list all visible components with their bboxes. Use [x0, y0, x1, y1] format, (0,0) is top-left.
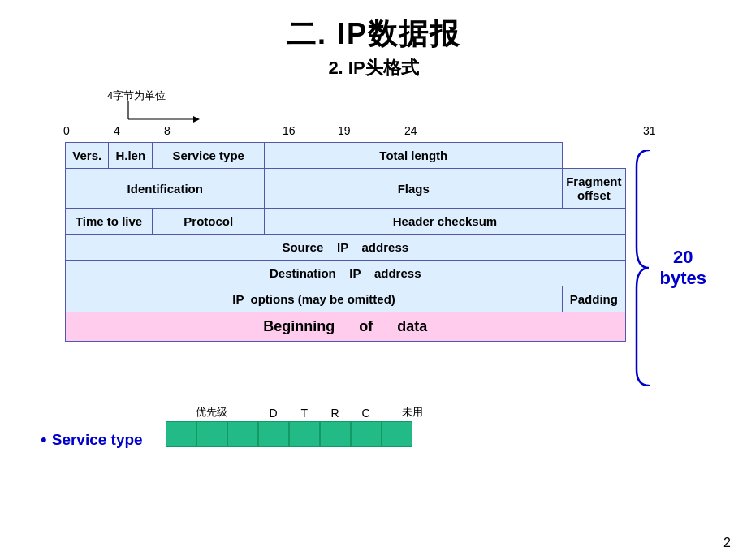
svc-box-6 [320, 421, 351, 447]
service-type-cell: Service type [153, 143, 265, 169]
service-type-label-container: • Service type [41, 429, 143, 450]
svc-box-2 [196, 421, 227, 447]
svc-box-4 [258, 421, 289, 447]
header-checksum-cell: Header checksum [265, 209, 625, 235]
ip-options-cell: IP options (may be omitted) [66, 286, 563, 312]
c-label: C [351, 407, 382, 420]
svc-box-8 [382, 421, 412, 447]
table-row: Identification Flags Fragment offset [66, 169, 626, 209]
brace-label-bytes: bytes [660, 268, 706, 289]
service-type-top-labels: 优先级 D T R C 未用 [166, 405, 443, 420]
service-type-diagram: 优先级 D T R C 未用 [166, 405, 443, 447]
ruler-0: 0 [63, 124, 70, 137]
service-type-section: • Service type 优先级 D T R C 未用 [41, 405, 706, 450]
ip-header-table: Vers. H.len Service type Total length Id… [65, 142, 626, 342]
hlen-cell: H.len [109, 143, 153, 169]
brace-label-20: 20 [673, 247, 693, 268]
arrow-svg [106, 88, 203, 124]
main-title: 二. IP数据报 [0, 15, 747, 54]
flags-cell: Flags [265, 169, 563, 209]
ruler-24: 24 [404, 124, 417, 137]
svc-box-1 [166, 421, 196, 447]
brace-container: 20 bytes [633, 142, 706, 394]
dest-ip-cell: Destination IP address [66, 261, 626, 286]
table-row: Vers. H.len Service type Total length [66, 143, 626, 169]
page-number: 2 [723, 536, 731, 550]
diagram-area: 4字节为单位 0 4 8 16 19 24 31 Vers. H.len Ser… [41, 88, 706, 450]
ruler-19: 19 [338, 124, 351, 137]
table-row: Destination IP address [66, 261, 626, 286]
ruler-8: 8 [164, 124, 171, 137]
beginning-of-data-cell: Beginning of data [66, 312, 626, 342]
svc-box-3 [227, 421, 258, 447]
unused-label: 未用 [382, 405, 443, 420]
table-row: Beginning of data [66, 312, 626, 342]
brace-svg [633, 150, 657, 386]
protocol-cell: Protocol [153, 209, 265, 235]
sub-title: 2. IP头格式 [0, 56, 747, 80]
source-ip-cell: Source IP address [66, 235, 626, 261]
svc-box-7 [351, 421, 382, 447]
r-label: R [320, 407, 351, 420]
table-row: Time to live Protocol Header checksum [66, 209, 626, 235]
priority-label: 优先级 [166, 405, 258, 420]
svc-box-5 [289, 421, 320, 447]
service-type-boxes [166, 421, 443, 447]
t-label: T [289, 407, 320, 420]
table-row: Source IP address [66, 235, 626, 261]
svg-marker-2 [193, 116, 200, 123]
ruler-4: 4 [114, 124, 120, 137]
table-row: IP options (may be omitted) Padding [66, 286, 626, 312]
ruler-16: 16 [283, 124, 296, 137]
vers-cell: Vers. [66, 143, 109, 169]
ruler-31: 31 [643, 124, 656, 137]
time-to-live-cell: Time to live [66, 209, 153, 235]
padding-cell: Padding [563, 286, 625, 312]
service-type-label: Service type [52, 431, 143, 449]
identification-cell: Identification [66, 169, 265, 209]
d-label: D [258, 407, 289, 420]
bullet-icon: • [41, 429, 47, 450]
fragment-offset-cell: Fragment offset [563, 169, 625, 209]
total-length-cell: Total length [265, 143, 563, 169]
